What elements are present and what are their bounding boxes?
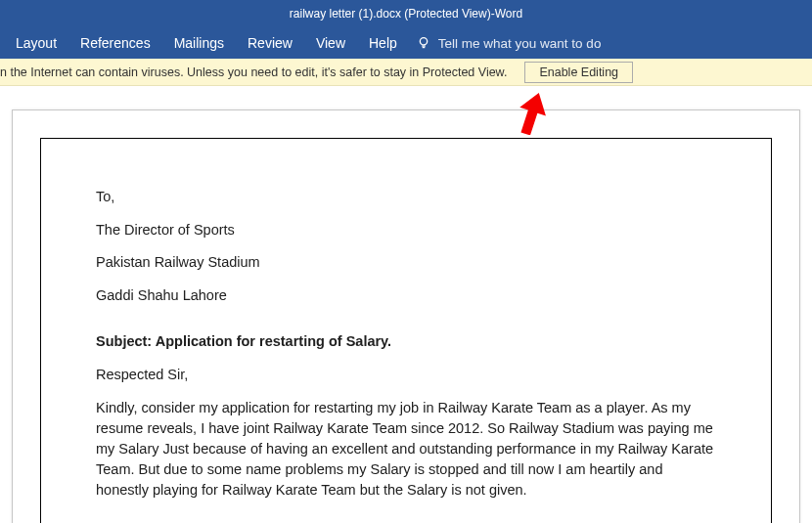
letter-addr-line2: Pakistan Railway Stadium: [96, 253, 716, 273]
tab-layout[interactable]: Layout: [4, 29, 68, 57]
letter-subject: Subject: Application for restarting of S…: [96, 332, 716, 352]
letter-body: Kindly, consider my application for rest…: [96, 398, 716, 501]
ribbon-tabs: Layout References Mailings Review View H…: [0, 27, 812, 59]
document-workspace: To, The Director of Sports Pakistan Rail…: [0, 86, 812, 523]
letter-to: To,: [96, 188, 716, 207]
enable-editing-button[interactable]: Enable Editing: [524, 62, 633, 83]
title-bar: railway letter (1).docx (Protected View)…: [0, 0, 812, 27]
lightbulb-icon: [417, 36, 430, 50]
document-page: To, The Director of Sports Pakistan Rail…: [12, 109, 800, 523]
tab-review[interactable]: Review: [236, 29, 304, 57]
window-title-app: Word: [495, 7, 522, 21]
protected-view-bar: n the Internet can contain viruses. Unle…: [0, 59, 812, 86]
tab-references[interactable]: References: [68, 29, 162, 57]
letter-addr-line3: Gaddi Shahu Lahore: [96, 286, 716, 306]
letter-content: To, The Director of Sports Pakistan Rail…: [96, 188, 716, 501]
protected-view-message: n the Internet can contain viruses. Unle…: [0, 65, 507, 79]
tell-me-box[interactable]: Tell me what you want to do: [409, 36, 602, 51]
letter-addr-line1: The Director of Sports: [96, 221, 716, 240]
tab-mailings[interactable]: Mailings: [162, 29, 236, 57]
tell-me-label: Tell me what you want to do: [438, 36, 602, 51]
page-border: To, The Director of Sports Pakistan Rail…: [40, 138, 772, 523]
svg-point-0: [420, 38, 427, 45]
window-title-filename: railway letter (1).docx (Protected View): [290, 7, 491, 21]
tab-view[interactable]: View: [304, 29, 357, 57]
tab-help[interactable]: Help: [357, 29, 409, 57]
letter-salutation: Respected Sir,: [96, 366, 716, 385]
